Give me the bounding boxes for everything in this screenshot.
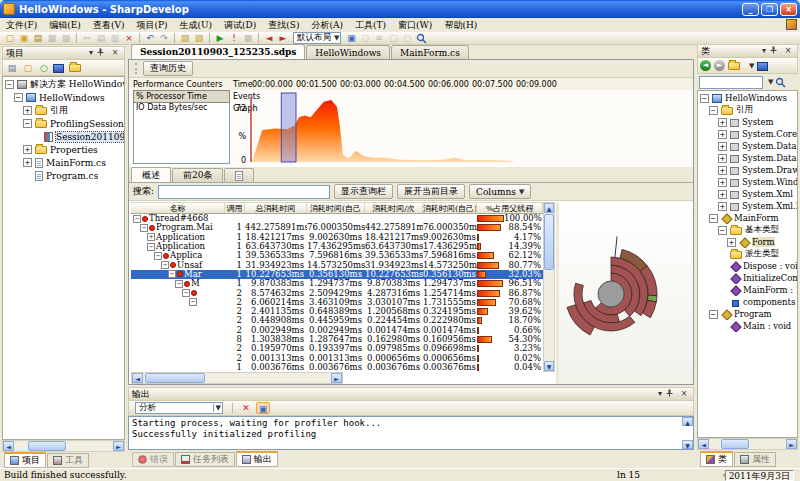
classes-tree-item[interactable]: −MainForm	[698, 212, 797, 224]
new-view-tab[interactable]	[224, 168, 254, 182]
col-header-3[interactable]: 消耗时间(自己	[307, 203, 365, 213]
tree-expander[interactable]: −	[14, 93, 23, 102]
table-vscrollbar[interactable]: ▲▼	[543, 202, 555, 372]
menu-item-5[interactable]: 调试(D)	[218, 19, 262, 32]
cut-icon[interactable]: ✂	[80, 32, 94, 44]
save-all-icon[interactable]: ▩	[59, 32, 73, 44]
dock-tab-错误[interactable]: 错误	[132, 452, 174, 467]
classes-tree-item[interactable]: +System.Core	[698, 128, 797, 140]
time-selection[interactable]	[281, 93, 296, 162]
tree-expander[interactable]: −	[709, 106, 718, 115]
row-expander[interactable]: −	[133, 215, 141, 223]
view-tab-1[interactable]: 前20条	[172, 168, 223, 182]
close-panel-icon[interactable]: ×	[109, 48, 121, 59]
panel-menu-icon[interactable]: ▾	[654, 389, 666, 400]
view-tab-0[interactable]: 概述	[131, 167, 171, 182]
row-expander[interactable]: −	[140, 224, 148, 232]
tree-expander[interactable]: −	[700, 94, 709, 103]
classes-tree-item[interactable]: −HelloWindows	[698, 92, 797, 104]
cpu-area-chart[interactable]	[248, 92, 692, 166]
expand-current-button[interactable]: 展开当前目录	[397, 184, 465, 199]
menu-item-4[interactable]: 生成(U)	[173, 19, 218, 32]
output-category-combo[interactable]: 分析▼	[135, 402, 223, 414]
classes-tree-item[interactable]: +System.Data	[698, 140, 797, 152]
project-tree-item[interactable]: +Properties	[3, 143, 124, 156]
ring-diagram[interactable]	[559, 202, 693, 384]
close-panel-icon[interactable]: ×	[678, 389, 690, 400]
minimize-button[interactable]: _	[742, 3, 759, 16]
row-expander[interactable]: −	[175, 280, 183, 288]
menu-item-0[interactable]: 文件(F)	[0, 19, 43, 32]
counters-list[interactable]: % Processor TimeIO Data Bytes/sec	[133, 90, 230, 164]
row-expander[interactable]: −	[189, 298, 197, 306]
classes-tree-item[interactable]: +System.Drawing	[698, 164, 797, 176]
open-folder-icon[interactable]	[69, 64, 81, 72]
project-tree-item[interactable]: Program.cs	[3, 169, 124, 182]
menu-item-10[interactable]: 帮助(H)	[438, 19, 483, 32]
call-tree-row[interactable]: 2 0.448908ms 0.445959ms 0.224454ms 0.222…	[131, 316, 543, 325]
classes-tree-item[interactable]: −基本类型	[698, 224, 797, 236]
tree-expander[interactable]: −	[709, 310, 718, 319]
paste-icon[interactable]: ▥	[108, 32, 122, 44]
call-tree-row[interactable]: +Application 1 18.421217ms 9.002630ms 18…	[131, 233, 543, 242]
tree-expander[interactable]: +	[727, 238, 736, 247]
doc-tab-0[interactable]: Session20110903_125235.sdps	[131, 44, 305, 59]
classes-tree-item[interactable]: components : I	[698, 296, 797, 308]
open-icon[interactable]: ▣	[17, 32, 31, 44]
menu-item-3[interactable]: 项目(P)	[130, 19, 173, 32]
classes-tree-item[interactable]: +System.Data.D	[698, 152, 797, 164]
forward-icon[interactable]: ►	[714, 60, 725, 71]
panel-menu-icon[interactable]: ▾	[758, 46, 770, 57]
redo-icon[interactable]: ↷	[157, 32, 171, 44]
tree-expander[interactable]: +	[718, 178, 727, 187]
tree-expander[interactable]: +	[23, 158, 32, 167]
prev-bookmark-icon[interactable]: ◄	[262, 32, 276, 44]
next-bookmark-icon[interactable]: ►	[276, 32, 290, 44]
dock-tab-输出[interactable]: 输出	[236, 451, 278, 467]
help-book-icon[interactable]	[757, 62, 768, 71]
ring-center[interactable]	[598, 281, 624, 307]
project-tree-hscrollbar[interactable]: ◄►	[2, 440, 125, 452]
search-icon[interactable]	[414, 32, 428, 44]
classes-tree-item[interactable]: −Program	[698, 308, 797, 320]
tree-expander[interactable]: +	[23, 106, 32, 115]
col-header-1[interactable]: 调用	[225, 203, 245, 213]
open-project-icon[interactable]: ▤	[31, 32, 45, 44]
tree-expander[interactable]: −	[5, 80, 14, 89]
tree-expander[interactable]: +	[718, 202, 727, 211]
new-window-icon[interactable]: ▣	[344, 32, 358, 44]
tree-expander[interactable]: +	[718, 154, 727, 163]
row-expander[interactable]: +	[147, 233, 155, 241]
col-header-4[interactable]: 消耗时间/次	[365, 203, 423, 213]
scope-dropdown-arrow[interactable]: ▼	[749, 62, 754, 70]
classes-tree-item[interactable]: +System.Xml.Li	[698, 200, 797, 212]
search-dropdown-arrow[interactable]: ▼	[768, 78, 773, 86]
classes-tree-item[interactable]: InitializeComp	[698, 272, 797, 284]
tree-expander[interactable]: +	[718, 118, 727, 127]
tree-expander[interactable]: −	[23, 119, 32, 128]
call-tree-row[interactable]: −Program.Mai 1 442.275891ms 76.000350ms …	[131, 223, 543, 232]
col-header-0[interactable]: 名称	[131, 203, 225, 213]
delete-icon[interactable]: ×	[122, 32, 136, 44]
project-tree-item[interactable]: −解决方案 HelloWindows	[3, 78, 124, 91]
close-panel-icon[interactable]: ×	[782, 46, 794, 57]
pin-icon[interactable]	[770, 46, 782, 57]
classes-tree-item[interactable]: +System	[698, 116, 797, 128]
call-tree-row[interactable]: − 2 6.060214ms 3.463109ms 3.030107ms 1.7…	[131, 298, 543, 307]
classes-tree-item[interactable]: +Form	[698, 236, 797, 248]
call-tree-row[interactable]: −Mar 1 10.227653ms 0.356130ms 10.227653m…	[131, 270, 543, 279]
help-book-icon[interactable]	[53, 64, 64, 73]
word-wrap-icon[interactable]: ▣	[256, 402, 270, 414]
undo-icon[interactable]: ↶	[143, 32, 157, 44]
menu-item-1[interactable]: 编辑(E)	[43, 19, 87, 32]
tree-expander[interactable]: +	[718, 190, 727, 199]
col-header-6[interactable]: %占用父线程	[477, 203, 543, 213]
table-hscrollbar[interactable]: ◄►	[131, 372, 343, 384]
counter-item[interactable]: % Processor Time	[134, 91, 229, 102]
properties-icon[interactable]: ▤	[5, 62, 19, 74]
rebuild-icon[interactable]: ▨	[192, 32, 206, 44]
add-item-icon[interactable]: ▢	[21, 62, 35, 74]
dock-tab-属性[interactable]: 属性	[734, 452, 776, 467]
pin-icon[interactable]	[666, 389, 678, 400]
classes-tree-item[interactable]: Dispose : void	[698, 260, 797, 272]
